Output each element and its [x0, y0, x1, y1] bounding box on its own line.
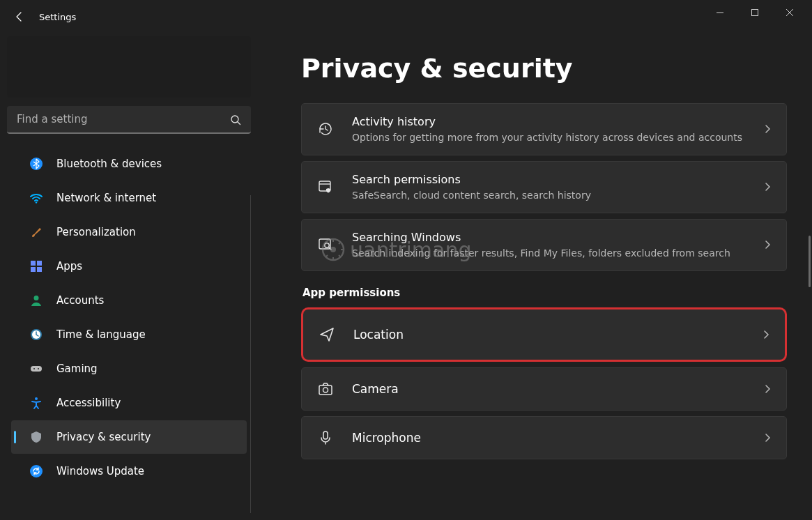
person-icon — [29, 293, 44, 308]
card-title: Search permissions — [352, 173, 746, 188]
card-activity-history[interactable]: Activity history Options for getting mor… — [301, 103, 787, 155]
shield-icon — [29, 429, 44, 445]
scrollbar[interactable] — [809, 236, 811, 287]
gamepad-icon — [29, 361, 44, 376]
update-icon — [29, 464, 44, 479]
sidebar-item-label: Windows Update — [56, 465, 144, 477]
svg-rect-4 — [31, 261, 36, 266]
sidebar-item-label: Personalization — [56, 226, 136, 238]
mic-icon — [316, 428, 335, 448]
svg-point-20 — [323, 388, 328, 392]
minimize-button[interactable] — [716, 8, 731, 17]
svg-point-1 — [231, 116, 238, 123]
sidebar: Bluetooth & devices Network & internet P… — [0, 33, 258, 520]
sidebar-item-privacy-security[interactable]: Privacy & security — [11, 420, 247, 454]
brush-icon — [29, 224, 44, 240]
apps-icon — [29, 259, 44, 274]
location-icon — [317, 325, 337, 344]
card-subtitle: Options for getting more from your activ… — [352, 131, 746, 144]
card-location[interactable]: Location — [301, 307, 787, 362]
chevron-right-icon — [763, 384, 772, 394]
svg-rect-5 — [37, 261, 42, 266]
svg-rect-21 — [323, 431, 328, 439]
back-button[interactable] — [6, 3, 33, 31]
sidebar-item-time-language[interactable]: Time & language — [11, 318, 247, 351]
svg-point-15 — [30, 465, 43, 477]
card-title: Searching Windows — [352, 231, 746, 245]
sidebar-item-personalization[interactable]: Personalization — [11, 215, 247, 249]
wifi-icon — [29, 190, 44, 206]
card-search-permissions[interactable]: Search permissions SafeSearch, cloud con… — [301, 161, 787, 213]
chevron-right-icon — [763, 240, 772, 250]
bluetooth-icon — [29, 156, 44, 171]
svg-rect-19 — [319, 385, 332, 395]
card-microphone[interactable]: Microphone — [301, 416, 787, 459]
titlebar: Settings — [0, 0, 812, 33]
accessibility-icon — [29, 395, 44, 411]
clock-icon — [29, 327, 44, 342]
card-title: Camera — [352, 381, 746, 397]
main-content: Privacy & security Activity history Opti… — [258, 33, 812, 520]
card-subtitle: SafeSearch, cloud content search, search… — [352, 189, 746, 201]
app-title: Settings — [39, 12, 76, 22]
sidebar-item-gaming[interactable]: Gaming — [11, 352, 247, 385]
sidebar-item-network[interactable]: Network & internet — [11, 181, 247, 215]
history-icon — [316, 119, 335, 139]
close-button[interactable] — [786, 8, 801, 17]
sidebar-item-apps[interactable]: Apps — [11, 250, 247, 283]
sidebar-item-accounts[interactable]: Accounts — [11, 284, 247, 317]
sidebar-item-label: Accessibility — [56, 397, 121, 409]
card-title: Activity history — [352, 115, 746, 130]
sidebar-item-bluetooth[interactable]: Bluetooth & devices — [11, 147, 247, 181]
svg-rect-11 — [31, 366, 42, 372]
window-controls — [707, 1, 809, 24]
sidebar-item-label: Gaming — [56, 362, 98, 375]
chevron-right-icon — [761, 330, 771, 339]
svg-point-14 — [35, 397, 38, 400]
svg-rect-7 — [37, 267, 42, 272]
card-title: Microphone — [352, 430, 746, 445]
section-label-app-permissions: App permissions — [302, 286, 787, 299]
sidebar-item-label: Privacy & security — [56, 431, 151, 443]
sidebar-item-windows-update[interactable]: Windows Update — [11, 454, 247, 488]
sidebar-nav: Bluetooth & devices Network & internet P… — [7, 146, 251, 513]
user-card[interactable] — [7, 36, 251, 98]
maximize-button[interactable] — [751, 8, 766, 17]
search-icon — [316, 235, 335, 254]
svg-point-18 — [325, 243, 329, 247]
search-input[interactable] — [7, 106, 251, 134]
sidebar-item-label: Bluetooth & devices — [56, 158, 162, 170]
sidebar-item-label: Accounts — [56, 294, 104, 307]
search-row — [7, 106, 251, 134]
chevron-right-icon — [763, 124, 772, 134]
svg-rect-0 — [752, 10, 758, 16]
search-icon — [230, 114, 241, 125]
card-title: Location — [353, 327, 744, 342]
svg-rect-6 — [31, 267, 36, 272]
camera-icon — [316, 379, 335, 399]
svg-point-13 — [38, 368, 39, 369]
page-title: Privacy & security — [301, 53, 787, 84]
svg-point-12 — [33, 368, 35, 369]
card-camera[interactable]: Camera — [301, 367, 787, 411]
chevron-right-icon — [763, 182, 772, 192]
card-searching-windows[interactable]: Searching Windows Search indexing for fa… — [301, 219, 787, 271]
sidebar-item-label: Time & language — [56, 328, 146, 341]
svg-point-3 — [36, 201, 37, 203]
sidebar-item-label: Network & internet — [56, 192, 156, 204]
card-subtitle: Search indexing for faster results, Find… — [352, 247, 746, 259]
sidebar-item-label: Apps — [56, 260, 82, 273]
search-shield-icon — [316, 177, 335, 197]
svg-point-8 — [34, 296, 39, 300]
sidebar-item-accessibility[interactable]: Accessibility — [11, 386, 247, 420]
chevron-right-icon — [763, 433, 772, 443]
